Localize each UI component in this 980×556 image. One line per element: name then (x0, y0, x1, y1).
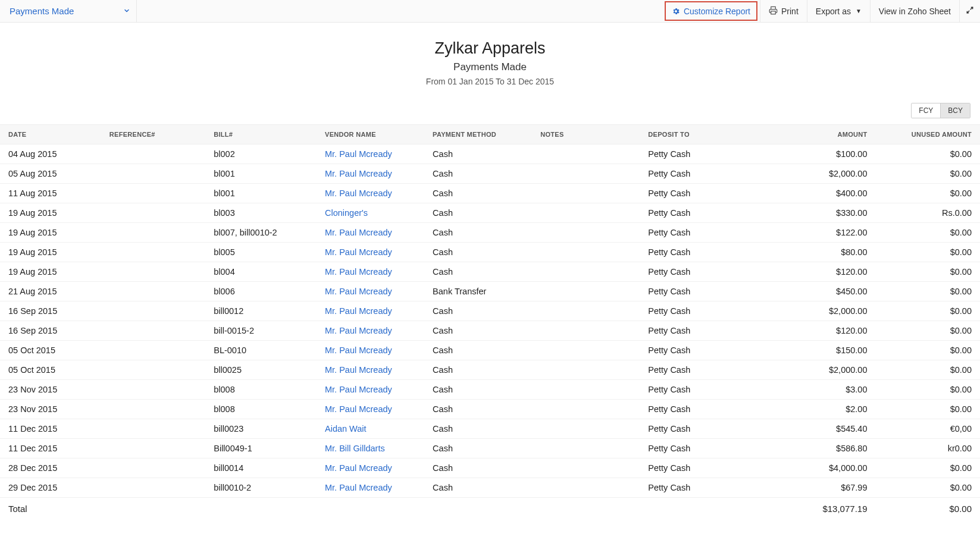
vendor-link[interactable]: Mr. Paul Mcready (325, 228, 392, 237)
cell-date: 11 Aug 2015 (0, 184, 101, 203)
cell-deposit: Petty Cash (640, 419, 768, 439)
table-row[interactable]: 16 Sep 2015bill0012Mr. Paul McreadyCashP… (0, 301, 980, 321)
cell-amount: $100.00 (768, 145, 875, 164)
cell-notes (532, 262, 640, 282)
cell-date: 16 Sep 2015 (0, 301, 101, 321)
report-selector[interactable]: Payments Made (0, 0, 137, 22)
cell-deposit: Petty Cash (640, 243, 768, 262)
cell-amount: $120.00 (768, 321, 875, 341)
cell-method: Bank Transfer (424, 282, 532, 301)
cell-notes (532, 282, 640, 301)
vendor-link[interactable]: Mr. Paul Mcready (325, 463, 392, 473)
cell-notes (532, 341, 640, 360)
fcy-button[interactable]: FCY (912, 103, 940, 118)
cell-reference (101, 341, 205, 360)
cell-date: 28 Dec 2015 (0, 458, 101, 478)
vendor-link[interactable]: Mr. Paul Mcready (325, 385, 392, 394)
col-deposit[interactable]: DEPOSIT TO (640, 125, 768, 145)
cell-amount: $122.00 (768, 223, 875, 243)
export-button[interactable]: Export as ▼ (807, 0, 870, 22)
expand-icon (966, 6, 974, 16)
cell-reference (101, 164, 205, 184)
table-row[interactable]: 28 Dec 2015bill0014Mr. Paul McreadyCashP… (0, 458, 980, 478)
vendor-link[interactable]: Mr. Paul Mcready (325, 345, 392, 355)
cell-vendor: Aidan Wait (317, 419, 424, 439)
cell-unused: €0,00 (876, 419, 981, 439)
cell-amount: $80.00 (768, 243, 875, 262)
col-bill[interactable]: BILL# (205, 125, 317, 145)
cell-deposit: Petty Cash (640, 458, 768, 478)
cell-method: Cash (424, 262, 532, 282)
cell-reference (101, 184, 205, 203)
table-row[interactable]: 04 Aug 2015bl002Mr. Paul McreadyCashPett… (0, 145, 980, 164)
cell-deposit: Petty Cash (640, 223, 768, 243)
cell-notes (532, 203, 640, 223)
cell-date: 19 Aug 2015 (0, 243, 101, 262)
table-row[interactable]: 05 Aug 2015bl001Mr. Paul McreadyCashPett… (0, 164, 980, 184)
cell-deposit: Petty Cash (640, 301, 768, 321)
vendor-link[interactable]: Mr. Paul Mcready (325, 247, 392, 257)
bcy-button[interactable]: BCY (940, 103, 970, 118)
customize-label: Customize Report (684, 7, 750, 16)
vendor-link[interactable]: Mr. Paul Mcready (325, 189, 392, 198)
cell-notes (532, 184, 640, 203)
table-row[interactable]: 23 Nov 2015bl008Mr. Paul McreadyCashPett… (0, 400, 980, 419)
cell-notes (532, 301, 640, 321)
vendor-link[interactable]: Mr. Paul Mcready (325, 149, 392, 159)
col-vendor[interactable]: VENDOR NAME (317, 125, 424, 145)
cell-deposit: Petty Cash (640, 184, 768, 203)
table-row[interactable]: 19 Aug 2015bl005Mr. Paul McreadyCashPett… (0, 243, 980, 262)
cell-amount: $2,000.00 (768, 360, 875, 380)
table-row[interactable]: 19 Aug 2015bl004Mr. Paul McreadyCashPett… (0, 262, 980, 282)
currency-toggle-group: FCY BCY (911, 103, 970, 118)
table-row[interactable]: 11 Dec 2015bill0023Aidan WaitCashPetty C… (0, 419, 980, 439)
table-row[interactable]: 23 Nov 2015bl008Mr. Paul McreadyCashPett… (0, 380, 980, 400)
cell-unused: $0.00 (876, 380, 981, 400)
col-reference[interactable]: REFERENCE# (101, 125, 205, 145)
cell-method: Cash (424, 458, 532, 478)
cell-unused: $0.00 (876, 458, 981, 478)
cell-bill: bl003 (205, 203, 317, 223)
vendor-link[interactable]: Mr. Paul Mcready (325, 365, 392, 375)
customize-report-button[interactable]: Customize Report (665, 1, 757, 21)
cell-bill: bl005 (205, 243, 317, 262)
table-row[interactable]: 21 Aug 2015bl006Mr. Paul McreadyBank Tra… (0, 282, 980, 301)
cell-vendor: Mr. Paul Mcready (317, 282, 424, 301)
table-row[interactable]: 29 Dec 2015bill0010-2Mr. Paul McreadyCas… (0, 478, 980, 498)
vendor-link[interactable]: Cloninger's (325, 208, 368, 218)
vendor-link[interactable]: Aidan Wait (325, 424, 367, 434)
cell-bill: bl008 (205, 380, 317, 400)
col-notes[interactable]: NOTES (532, 125, 640, 145)
cell-vendor: Mr. Paul Mcready (317, 400, 424, 419)
vendor-link[interactable]: Mr. Paul Mcready (325, 483, 392, 492)
cell-amount: $545.40 (768, 419, 875, 439)
vendor-link[interactable]: Mr. Paul Mcready (325, 326, 392, 335)
table-row[interactable]: 19 Aug 2015bl003Cloninger'sCashPetty Cas… (0, 203, 980, 223)
cell-vendor: Mr. Paul Mcready (317, 184, 424, 203)
table-row[interactable]: 19 Aug 2015bl007, bill0010-2Mr. Paul Mcr… (0, 223, 980, 243)
col-date[interactable]: DATE (0, 125, 101, 145)
table-row[interactable]: 16 Sep 2015bill-0015-2Mr. Paul McreadyCa… (0, 321, 980, 341)
table-row[interactable]: 11 Aug 2015bl001Mr. Paul McreadyCashPett… (0, 184, 980, 203)
cell-notes (532, 223, 640, 243)
vendor-link[interactable]: Mr. Paul Mcready (325, 404, 392, 414)
vendor-link[interactable]: Mr. Paul Mcready (325, 267, 392, 277)
view-in-zoho-sheet-button[interactable]: View in Zoho Sheet (870, 0, 959, 22)
col-method[interactable]: PAYMENT METHOD (424, 125, 532, 145)
col-unused[interactable]: UNUSED AMOUNT (876, 125, 981, 145)
cell-reference (101, 360, 205, 380)
table-row[interactable]: 11 Dec 2015Bill0049-1Mr. Bill GilldartsC… (0, 439, 980, 458)
vendor-link[interactable]: Mr. Bill Gilldarts (325, 444, 385, 453)
print-button[interactable]: Print (760, 0, 807, 22)
vendor-link[interactable]: Mr. Paul Mcready (325, 306, 392, 316)
cell-notes (532, 360, 640, 380)
vendor-link[interactable]: Mr. Paul Mcready (325, 169, 392, 178)
fullscreen-button[interactable] (959, 0, 980, 22)
table-row[interactable]: 05 Oct 2015bll0025Mr. Paul McreadyCashPe… (0, 360, 980, 380)
cell-deposit: Petty Cash (640, 203, 768, 223)
cell-date: 19 Aug 2015 (0, 262, 101, 282)
col-amount[interactable]: AMOUNT (768, 125, 875, 145)
cell-unused: $0.00 (876, 282, 981, 301)
table-row[interactable]: 05 Oct 2015BL-0010Mr. Paul McreadyCashPe… (0, 341, 980, 360)
vendor-link[interactable]: Mr. Paul Mcready (325, 287, 392, 296)
